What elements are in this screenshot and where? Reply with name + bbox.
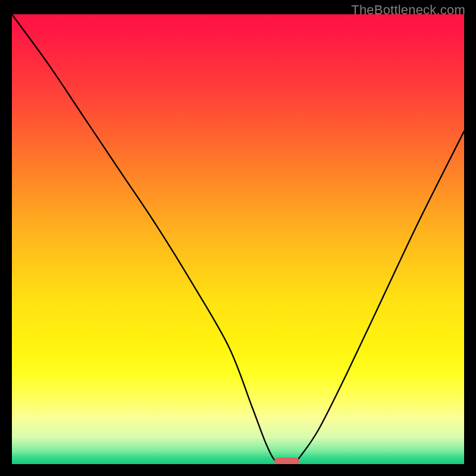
minimum-marker (274, 458, 299, 464)
bottleneck-curve (12, 14, 464, 464)
watermark-text: TheBottleneck.com (351, 2, 465, 18)
chart-frame: TheBottleneck.com (0, 0, 476, 476)
plot-area (12, 14, 464, 464)
curve-path (12, 14, 464, 464)
